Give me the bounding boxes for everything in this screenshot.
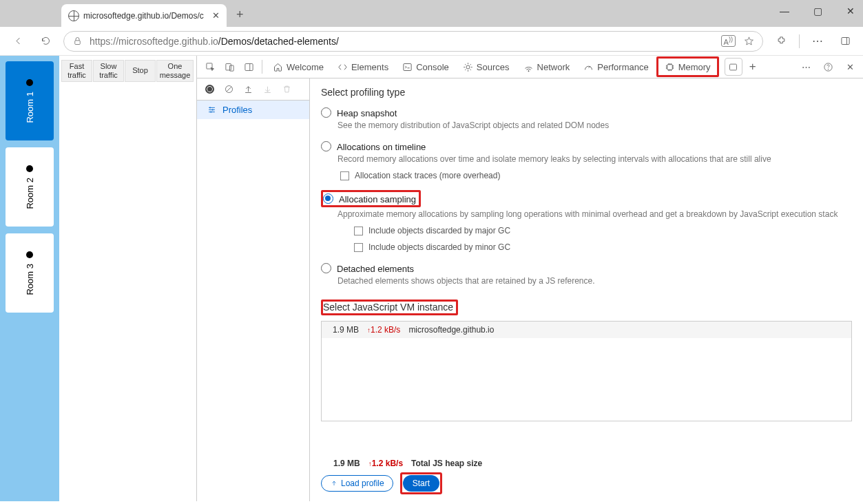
option-detached-elements[interactable]: Detached elements Detached elements show… — [321, 262, 852, 286]
tab-network[interactable]: Network — [517, 56, 576, 78]
radio-icon[interactable] — [321, 107, 331, 118]
address-bar[interactable]: https://microsoftedge.github.io/Demos/de… — [63, 31, 763, 52]
tab-elements[interactable]: Elements — [331, 56, 395, 78]
footer-size: 1.9 MB — [333, 459, 360, 468]
devtools-tabbar: Welcome Elements Console Sources Network… — [197, 56, 863, 78]
new-tab-button[interactable]: + — [236, 8, 244, 22]
sub-option-minor-gc[interactable]: Include objects discarded by minor GC — [354, 242, 852, 252]
svg-rect-4 — [225, 63, 231, 70]
footer-label: Total JS heap size — [411, 459, 482, 468]
profiles-nav-item[interactable]: Profiles — [197, 101, 309, 119]
tab-sources[interactable]: Sources — [457, 56, 516, 78]
one-message-button[interactable]: One message — [156, 60, 194, 82]
room-1-button[interactable]: Room 1 — [6, 61, 54, 140]
room-label: Room 1 — [25, 92, 35, 123]
svg-rect-6 — [245, 63, 252, 70]
vm-rate: 1.2 kB/s — [367, 325, 400, 335]
close-tab-icon[interactable]: ✕ — [212, 10, 220, 21]
extensions-button[interactable] — [769, 29, 793, 54]
activity-bar-button[interactable] — [725, 58, 742, 76]
close-devtools-button[interactable]: ✕ — [841, 58, 859, 76]
option-heap-snapshot[interactable]: Heap snapshot See the memory distributio… — [321, 106, 852, 130]
footer-rate: 1.2 kB/s — [368, 459, 403, 468]
stop-button[interactable]: Stop — [125, 60, 156, 82]
lock-icon — [72, 36, 83, 46]
app-sidebar: Room 1 Room 2 Room 3 — [0, 56, 59, 501]
svg-point-9 — [466, 65, 470, 69]
export-button[interactable] — [241, 83, 255, 96]
inspect-element-icon[interactable] — [201, 58, 219, 76]
radio-icon[interactable] — [321, 141, 331, 151]
devtools-panel: Welcome Elements Console Sources Network… — [196, 56, 863, 501]
radio-icon[interactable] — [323, 193, 333, 204]
read-aloud-icon[interactable]: A)) — [721, 35, 736, 47]
menu-button[interactable]: ⋯ — [805, 29, 830, 54]
svg-rect-11 — [667, 64, 672, 70]
option-description: Approximate memory allocations by sampli… — [337, 209, 852, 219]
room-3-button[interactable]: Room 3 — [6, 233, 54, 313]
svg-rect-0 — [75, 41, 81, 45]
svg-rect-12 — [730, 64, 737, 70]
close-window-button[interactable]: ✕ — [844, 4, 857, 18]
help-icon[interactable] — [819, 58, 837, 76]
sliders-icon — [207, 105, 217, 115]
browser-titlebar: microsoftedge.github.io/Demos/c ✕ + — ▢ … — [0, 0, 863, 27]
device-emulation-icon[interactable] — [220, 58, 238, 76]
tab-welcome[interactable]: Welcome — [267, 56, 330, 78]
add-tab-button[interactable]: + — [744, 58, 762, 76]
memory-footer: 1.9 MB 1.2 kB/s Total JS heap size — [321, 452, 852, 468]
dock-side-icon[interactable] — [240, 58, 258, 76]
radio-icon[interactable] — [321, 263, 331, 273]
url-text: https://microsoftedge.github.io/Demos/de… — [90, 36, 339, 47]
room-2-button[interactable]: Room 2 — [6, 147, 54, 227]
devtools-menu-button[interactable]: ⋯ — [797, 58, 815, 76]
minimize-button[interactable]: — — [778, 4, 791, 18]
start-button[interactable]: Start — [403, 475, 439, 492]
fast-traffic-button[interactable]: Fast traffic — [61, 60, 92, 82]
svg-point-14 — [828, 69, 829, 70]
tab-title: microsoftedge.github.io/Demos/c — [83, 11, 204, 21]
tab-performance[interactable]: Performance — [577, 56, 654, 78]
delete-button[interactable] — [280, 83, 293, 96]
svg-rect-8 — [404, 63, 411, 70]
tab-memory[interactable]: Memory — [656, 56, 719, 77]
sub-option-major-gc[interactable]: Include objects discarded by major GC — [354, 226, 852, 235]
presence-dot-icon — [26, 79, 33, 86]
memory-pane: Select profiling type Heap snapshot See … — [310, 78, 863, 501]
presence-dot-icon — [26, 165, 33, 172]
main-content: Room 1 Room 2 Room 3 Fast traffic Slow t… — [0, 56, 863, 501]
devtools-sidebar: Profiles — [197, 78, 310, 501]
sidebar-toggle-button[interactable] — [833, 29, 857, 54]
option-description: See the memory distribution of JavaScrip… — [337, 120, 852, 130]
refresh-button[interactable] — [33, 29, 58, 54]
option-allocation-sampling[interactable]: Allocation sampling Approximate memory a… — [321, 190, 852, 252]
checkbox-icon[interactable] — [354, 227, 363, 235]
browser-toolbar: https://microsoftedge.github.io/Demos/de… — [0, 27, 863, 56]
vm-instance-list: 1.9 MB 1.2 kB/s microsoftedge.github.io — [321, 321, 852, 421]
browser-tab[interactable]: microsoftedge.github.io/Demos/c ✕ — [61, 4, 227, 27]
checkbox-icon[interactable] — [340, 171, 349, 180]
vm-instance-row[interactable]: 1.9 MB 1.2 kB/s microsoftedge.github.io — [322, 322, 851, 338]
option-allocations-timeline[interactable]: Allocations on timeline Record memory al… — [321, 140, 852, 180]
record-button[interactable] — [202, 83, 216, 96]
favorite-icon[interactable] — [744, 36, 754, 46]
room-label: Room 3 — [25, 264, 35, 295]
vm-size: 1.9 MB — [333, 325, 359, 335]
svg-line-16 — [227, 87, 231, 91]
app-content: Fast traffic Slow traffic Stop One messa… — [59, 56, 196, 501]
svg-point-10 — [528, 70, 528, 71]
import-button[interactable] — [260, 83, 274, 96]
clear-button[interactable] — [222, 83, 236, 96]
globe-icon — [68, 10, 79, 21]
load-profile-button[interactable]: Load profile — [321, 475, 393, 492]
sub-option-stack-traces[interactable]: Allocation stack traces (more overhead) — [340, 171, 852, 180]
maximize-button[interactable]: ▢ — [811, 4, 824, 18]
checkbox-icon[interactable] — [354, 243, 363, 252]
tab-console[interactable]: Console — [396, 56, 455, 78]
profiling-heading: Select profiling type — [321, 87, 852, 98]
vm-origin: microsoftedge.github.io — [408, 325, 494, 335]
back-button[interactable] — [6, 29, 30, 54]
devtools-body: Profiles Select profiling type Heap snap… — [197, 78, 863, 501]
svg-rect-1 — [841, 38, 849, 45]
slow-traffic-button[interactable]: Slow traffic — [93, 60, 124, 82]
